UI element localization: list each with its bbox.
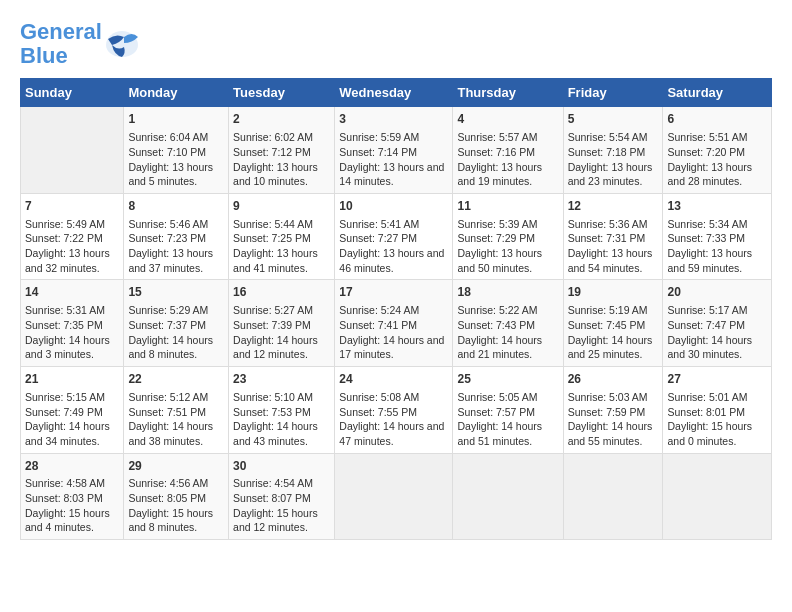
week-row-1: 1Sunrise: 6:04 AMSunset: 7:10 PMDaylight… bbox=[21, 107, 772, 194]
header-cell-wednesday: Wednesday bbox=[335, 79, 453, 107]
sunset-text: Sunset: 7:25 PM bbox=[233, 232, 311, 244]
day-number: 17 bbox=[339, 284, 448, 301]
sunrise-text: Sunrise: 6:02 AM bbox=[233, 131, 313, 143]
daylight-text: Daylight: 13 hours and 59 minutes. bbox=[667, 247, 752, 274]
daylight-text: Daylight: 15 hours and 0 minutes. bbox=[667, 420, 752, 447]
sunrise-text: Sunrise: 5:44 AM bbox=[233, 218, 313, 230]
sunset-text: Sunset: 7:51 PM bbox=[128, 406, 206, 418]
daylight-text: Daylight: 13 hours and 5 minutes. bbox=[128, 161, 213, 188]
day-cell bbox=[453, 453, 563, 540]
daylight-text: Daylight: 13 hours and 50 minutes. bbox=[457, 247, 542, 274]
sunset-text: Sunset: 7:10 PM bbox=[128, 146, 206, 158]
daylight-text: Daylight: 13 hours and 23 minutes. bbox=[568, 161, 653, 188]
day-number: 27 bbox=[667, 371, 767, 388]
day-cell: 2Sunrise: 6:02 AMSunset: 7:12 PMDaylight… bbox=[229, 107, 335, 194]
sunrise-text: Sunrise: 5:36 AM bbox=[568, 218, 648, 230]
day-cell: 23Sunrise: 5:10 AMSunset: 7:53 PMDayligh… bbox=[229, 367, 335, 454]
daylight-text: Daylight: 14 hours and 38 minutes. bbox=[128, 420, 213, 447]
day-cell: 6Sunrise: 5:51 AMSunset: 7:20 PMDaylight… bbox=[663, 107, 772, 194]
sunrise-text: Sunrise: 4:58 AM bbox=[25, 477, 105, 489]
sunset-text: Sunset: 7:12 PM bbox=[233, 146, 311, 158]
sunrise-text: Sunrise: 5:19 AM bbox=[568, 304, 648, 316]
sunrise-text: Sunrise: 5:49 AM bbox=[25, 218, 105, 230]
sunset-text: Sunset: 7:37 PM bbox=[128, 319, 206, 331]
sunrise-text: Sunrise: 5:12 AM bbox=[128, 391, 208, 403]
day-cell bbox=[21, 107, 124, 194]
sunrise-text: Sunrise: 5:54 AM bbox=[568, 131, 648, 143]
day-number: 30 bbox=[233, 458, 330, 475]
sunrise-text: Sunrise: 5:05 AM bbox=[457, 391, 537, 403]
calendar-header: SundayMondayTuesdayWednesdayThursdayFrid… bbox=[21, 79, 772, 107]
day-cell bbox=[563, 453, 663, 540]
day-cell: 11Sunrise: 5:39 AMSunset: 7:29 PMDayligh… bbox=[453, 193, 563, 280]
daylight-text: Daylight: 14 hours and 55 minutes. bbox=[568, 420, 653, 447]
daylight-text: Daylight: 13 hours and 28 minutes. bbox=[667, 161, 752, 188]
sunrise-text: Sunrise: 5:17 AM bbox=[667, 304, 747, 316]
sunset-text: Sunset: 7:39 PM bbox=[233, 319, 311, 331]
day-number: 16 bbox=[233, 284, 330, 301]
day-number: 9 bbox=[233, 198, 330, 215]
page-header: GeneralBlue bbox=[20, 20, 772, 68]
daylight-text: Daylight: 13 hours and 19 minutes. bbox=[457, 161, 542, 188]
week-row-2: 7Sunrise: 5:49 AMSunset: 7:22 PMDaylight… bbox=[21, 193, 772, 280]
sunrise-text: Sunrise: 5:51 AM bbox=[667, 131, 747, 143]
day-cell: 21Sunrise: 5:15 AMSunset: 7:49 PMDayligh… bbox=[21, 367, 124, 454]
sunset-text: Sunset: 8:01 PM bbox=[667, 406, 745, 418]
day-number: 20 bbox=[667, 284, 767, 301]
daylight-text: Daylight: 13 hours and 54 minutes. bbox=[568, 247, 653, 274]
sunset-text: Sunset: 7:20 PM bbox=[667, 146, 745, 158]
day-number: 15 bbox=[128, 284, 224, 301]
day-cell bbox=[663, 453, 772, 540]
day-cell: 18Sunrise: 5:22 AMSunset: 7:43 PMDayligh… bbox=[453, 280, 563, 367]
sunrise-text: Sunrise: 5:29 AM bbox=[128, 304, 208, 316]
day-number: 2 bbox=[233, 111, 330, 128]
sunset-text: Sunset: 7:53 PM bbox=[233, 406, 311, 418]
daylight-text: Daylight: 13 hours and 10 minutes. bbox=[233, 161, 318, 188]
sunset-text: Sunset: 7:55 PM bbox=[339, 406, 417, 418]
day-number: 3 bbox=[339, 111, 448, 128]
daylight-text: Daylight: 13 hours and 37 minutes. bbox=[128, 247, 213, 274]
day-cell: 16Sunrise: 5:27 AMSunset: 7:39 PMDayligh… bbox=[229, 280, 335, 367]
day-number: 13 bbox=[667, 198, 767, 215]
sunrise-text: Sunrise: 5:57 AM bbox=[457, 131, 537, 143]
week-row-3: 14Sunrise: 5:31 AMSunset: 7:35 PMDayligh… bbox=[21, 280, 772, 367]
sunrise-text: Sunrise: 5:08 AM bbox=[339, 391, 419, 403]
day-cell: 12Sunrise: 5:36 AMSunset: 7:31 PMDayligh… bbox=[563, 193, 663, 280]
sunset-text: Sunset: 7:14 PM bbox=[339, 146, 417, 158]
day-cell: 22Sunrise: 5:12 AMSunset: 7:51 PMDayligh… bbox=[124, 367, 229, 454]
day-number: 10 bbox=[339, 198, 448, 215]
logo: GeneralBlue bbox=[20, 20, 140, 68]
daylight-text: Daylight: 14 hours and 3 minutes. bbox=[25, 334, 110, 361]
day-number: 21 bbox=[25, 371, 119, 388]
daylight-text: Daylight: 15 hours and 8 minutes. bbox=[128, 507, 213, 534]
daylight-text: Daylight: 14 hours and 51 minutes. bbox=[457, 420, 542, 447]
sunrise-text: Sunrise: 5:27 AM bbox=[233, 304, 313, 316]
daylight-text: Daylight: 14 hours and 8 minutes. bbox=[128, 334, 213, 361]
sunrise-text: Sunrise: 5:15 AM bbox=[25, 391, 105, 403]
logo-text: GeneralBlue bbox=[20, 20, 102, 68]
daylight-text: Daylight: 14 hours and 30 minutes. bbox=[667, 334, 752, 361]
day-number: 11 bbox=[457, 198, 558, 215]
daylight-text: Daylight: 14 hours and 43 minutes. bbox=[233, 420, 318, 447]
daylight-text: Daylight: 14 hours and 25 minutes. bbox=[568, 334, 653, 361]
day-cell: 27Sunrise: 5:01 AMSunset: 8:01 PMDayligh… bbox=[663, 367, 772, 454]
sunrise-text: Sunrise: 5:39 AM bbox=[457, 218, 537, 230]
day-cell bbox=[335, 453, 453, 540]
day-cell: 26Sunrise: 5:03 AMSunset: 7:59 PMDayligh… bbox=[563, 367, 663, 454]
day-cell: 8Sunrise: 5:46 AMSunset: 7:23 PMDaylight… bbox=[124, 193, 229, 280]
calendar-table: SundayMondayTuesdayWednesdayThursdayFrid… bbox=[20, 78, 772, 540]
daylight-text: Daylight: 14 hours and 17 minutes. bbox=[339, 334, 444, 361]
day-number: 28 bbox=[25, 458, 119, 475]
sunrise-text: Sunrise: 5:41 AM bbox=[339, 218, 419, 230]
day-cell: 7Sunrise: 5:49 AMSunset: 7:22 PMDaylight… bbox=[21, 193, 124, 280]
day-number: 7 bbox=[25, 198, 119, 215]
sunrise-text: Sunrise: 4:56 AM bbox=[128, 477, 208, 489]
header-cell-monday: Monday bbox=[124, 79, 229, 107]
sunrise-text: Sunrise: 5:24 AM bbox=[339, 304, 419, 316]
sunset-text: Sunset: 8:03 PM bbox=[25, 492, 103, 504]
sunrise-text: Sunrise: 5:46 AM bbox=[128, 218, 208, 230]
day-number: 8 bbox=[128, 198, 224, 215]
sunrise-text: Sunrise: 5:22 AM bbox=[457, 304, 537, 316]
day-number: 25 bbox=[457, 371, 558, 388]
day-cell: 5Sunrise: 5:54 AMSunset: 7:18 PMDaylight… bbox=[563, 107, 663, 194]
